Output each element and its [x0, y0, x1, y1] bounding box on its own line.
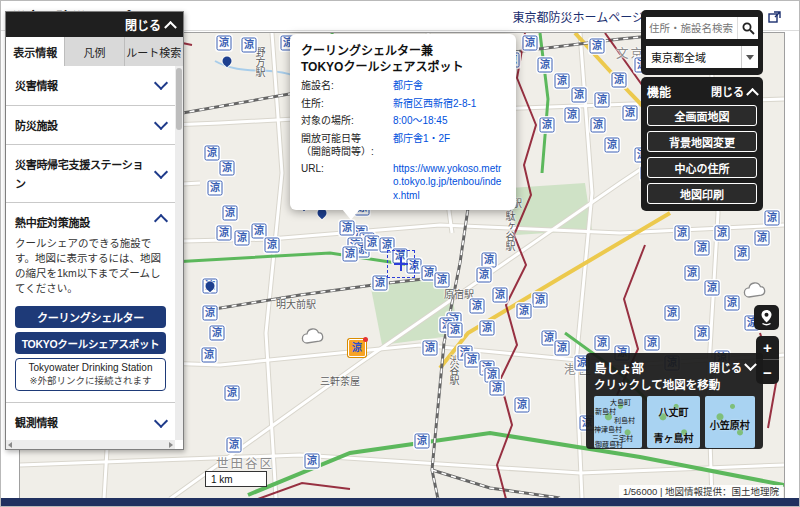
sidebar-section-header-3[interactable]: 熱中症対策施設	[6, 203, 175, 236]
cooling-shelter-icon[interactable]: 涼	[220, 161, 235, 176]
cooling-shelter-icon[interactable]: 涼	[612, 73, 627, 88]
cooling-shelter-icon[interactable]: 涼	[555, 74, 570, 89]
cooling-shelter-icon[interactable]: 涼	[705, 281, 720, 296]
sidebar-vertical-scrollbar[interactable]	[175, 66, 183, 440]
cooling-shelter-icon[interactable]: 涼	[540, 118, 555, 133]
cooling-shelter-icon[interactable]: 涼	[448, 323, 463, 338]
cooling-shelter-icon[interactable]: 涼	[265, 238, 280, 253]
islands-close-button[interactable]: 閉じる	[709, 359, 755, 375]
cooling-shelter-icon[interactable]: 涼	[202, 348, 217, 363]
cooling-shelter-icon[interactable]: 涼	[595, 93, 610, 108]
popup-field-value[interactable]: https://www.yokoso.metro.tokyo.lg.jp/ten…	[393, 162, 505, 203]
cooling-shelter-icon[interactable]: 涼	[415, 434, 430, 449]
background-map-change-button[interactable]: 背景地図変更	[647, 131, 757, 152]
cooling-shelter-icon[interactable]: 涼	[365, 236, 380, 251]
island-tile-izu-north[interactable]: 大島町 新島村 利島村 神津島村 三宅村 御蔵島村	[594, 396, 642, 448]
popup-field-value[interactable]: 8:00～18:45	[393, 114, 505, 128]
layer-button-1[interactable]: TOKYOクールシェアスポット	[15, 332, 166, 354]
cooling-shelter-icon[interactable]: 涼	[205, 146, 220, 161]
section-description: クールシェアのできる施設です。地図に表示するには、地図の縮尺を1km以下までズー…	[6, 236, 175, 303]
cooling-shelter-icon[interactable]: 涼	[565, 108, 580, 123]
cooling-shelter-icon[interactable]: 涼	[493, 288, 508, 303]
cooling-shelter-icon[interactable]: 涼	[715, 226, 730, 241]
cooling-shelter-icon[interactable]: 涼	[242, 38, 257, 53]
cooling-shelter-icon[interactable]: 涼	[482, 253, 497, 268]
cooling-shelter-icon[interactable]: 涼	[490, 381, 505, 396]
address-search-input[interactable]	[646, 22, 737, 34]
popup-field-value[interactable]: 都庁舎	[393, 79, 505, 93]
cooling-shelter-icon[interactable]: 涼	[765, 211, 780, 226]
drinking-station-icon[interactable]	[221, 55, 234, 68]
search-button[interactable]	[737, 17, 758, 39]
cooling-shelter-icon[interactable]: 涼	[695, 326, 710, 341]
cooling-shelter-icon[interactable]: 涼	[225, 386, 240, 401]
cooling-shelter-icon[interactable]: 涼	[591, 118, 606, 133]
sidebar-section-header-1[interactable]: 防災施設	[6, 106, 175, 146]
cooling-shelter-icon[interactable]: 涼	[227, 438, 242, 453]
cooling-shelter-icon[interactable]: 涼	[305, 454, 320, 469]
island-tile-ogasawara[interactable]: 小笠原村	[705, 396, 755, 448]
cooling-shelter-icon[interactable]: 涼	[623, 106, 638, 121]
cooling-shelter-icon[interactable]: 涼	[235, 231, 250, 246]
cooling-shelter-icon[interactable]: 涼	[675, 226, 690, 241]
sidebar-section-header-4[interactable]: 観測情報	[6, 403, 175, 440]
cooling-shelter-icon[interactable]: 涼	[470, 299, 485, 314]
popup-field-0: 施設名:都庁舎	[301, 79, 505, 93]
cooling-shelter-icon[interactable]: 涼	[515, 398, 530, 413]
cooling-shelter-icon[interactable]: 涼	[223, 206, 238, 221]
functions-close-button[interactable]: 閉じる	[711, 83, 757, 99]
sidebar-tab-2[interactable]: ルート検索	[125, 37, 183, 66]
cooling-shelter-icon[interactable]: 涼	[423, 341, 438, 356]
selected-shelter-icon[interactable]: 涼	[348, 339, 366, 357]
cooling-shelter-icon[interactable]: 涼	[645, 336, 660, 351]
fullscreen-map-button[interactable]: 全画面地図	[647, 105, 757, 126]
cooling-shelter-icon[interactable]: 涼	[203, 306, 218, 321]
center-address-button[interactable]: 中心の住所	[647, 157, 757, 178]
cooling-shelter-icon[interactable]: 涼	[595, 336, 610, 351]
sidebar-close-button[interactable]: 閉じる	[6, 12, 183, 37]
cooling-shelter-icon[interactable]: 涼	[725, 296, 740, 311]
cooling-shelter-icon[interactable]: 涼	[695, 241, 710, 256]
sidebar-section-header-0[interactable]: 災害情報	[6, 66, 175, 106]
cooling-shelter-icon[interactable]: 涼	[555, 341, 570, 356]
cooling-shelter-icon[interactable]: 涼	[533, 293, 548, 308]
cooling-shelter-icon[interactable]: 涼	[665, 306, 680, 321]
cooling-shelter-icon[interactable]: 涼	[523, 36, 538, 51]
popup-field-value[interactable]: 新宿区西新宿2-8-1	[393, 97, 505, 111]
cooling-shelter-icon[interactable]: 涼	[735, 246, 750, 261]
popup-field-value[interactable]: 都庁舎1・2F	[393, 132, 505, 158]
map-print-button[interactable]: 地図印刷	[647, 183, 757, 204]
layer-button-0[interactable]: クーリングシェルター	[15, 306, 166, 328]
cooling-shelter-icon[interactable]: 涼	[590, 39, 605, 54]
cooling-shelter-icon[interactable]: 涼	[755, 231, 770, 246]
cooling-shelter-icon[interactable]: 涼	[685, 266, 700, 281]
sidebar-tab-1[interactable]: 凡例	[65, 37, 124, 66]
sidebar-horizontal-scrollbar[interactable]	[6, 440, 175, 449]
cooling-shelter-icon[interactable]: 涼	[435, 273, 450, 288]
external-link-button-2[interactable]: Tokyowater Drinking Station※外部リンクに接続されます	[15, 358, 166, 391]
sidebar-tab-0[interactable]: 表示情報	[6, 37, 65, 66]
cooling-shelter-icon[interactable]: 涼	[217, 36, 232, 51]
cooling-shelter-icon[interactable]: 涼	[252, 224, 267, 239]
cooling-shelter-icon[interactable]: 涼	[343, 247, 358, 262]
cooling-shelter-icon[interactable]: 涼	[605, 138, 620, 153]
cooling-shelter-icon[interactable]: 涼	[572, 88, 587, 103]
cooling-shelter-icon[interactable]: 涼	[538, 58, 553, 73]
sidebar-section-header-2[interactable]: 災害時帰宅支援ステーション	[6, 145, 175, 203]
island-tile-hachijo[interactable]: 八丈町 青ヶ島村	[647, 396, 699, 448]
geolocation-button[interactable]	[754, 305, 779, 330]
chevron-down-icon	[154, 76, 168, 90]
cooling-shelter-icon[interactable]: 涼	[340, 221, 355, 236]
cooling-shelter-icon[interactable]: 涼	[208, 181, 223, 196]
cooling-shelter-icon[interactable]: 涼	[217, 226, 232, 241]
app-window: 災害・防災マップ 東京都防災ホームページの報道発表等はこちら	[0, 0, 800, 507]
cooling-shelter-icon[interactable]: 涼	[477, 268, 492, 283]
cooling-shelter-icon[interactable]: 涼	[210, 326, 225, 341]
scrollbar-thumb[interactable]	[176, 68, 182, 130]
area-select[interactable]: 東京都全域	[646, 46, 758, 68]
cooling-shelter-icon[interactable]: 涼	[517, 304, 532, 319]
bottom-accent-bar	[1, 498, 799, 506]
cooling-shelter-icon[interactable]: 涼	[480, 321, 495, 336]
cooling-shelter-icon[interactable]: 涼	[373, 276, 388, 291]
cooling-shelter-icon[interactable]: 涼	[465, 353, 480, 368]
